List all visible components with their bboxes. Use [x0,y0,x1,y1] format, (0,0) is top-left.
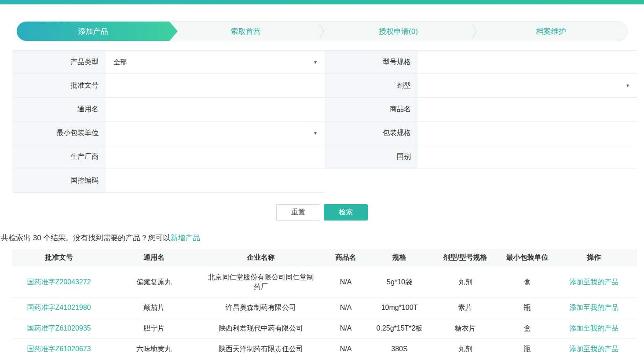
product-search-form: 产品类型▼批准文号通用名最小包装单位▼生产厂商国控编码 型号规格剂型▼商品名包装… [12,50,637,193]
approval-number-field [106,74,325,97]
generic-name-label: 通用名 [12,98,106,121]
table-row: 国药准字Z61020673 六味地黄丸 陕西天洋制药有限责任公司 N/A 380… [12,338,637,353]
step-tab-auth-apply[interactable]: 授权申请(0) [322,22,475,41]
generic-name-cell: 偏瘫复原丸 [106,267,202,297]
brand-name-label: 商品名 [325,98,418,121]
form-row-package-spec: 包装规格 [325,121,637,145]
form-row-min-package-unit: 最小包装单位▼ [12,121,325,145]
spec-cell: 5g*10袋 [372,267,427,297]
column-header: 通用名 [106,249,202,267]
dosage-form-field: ▼ [418,74,637,97]
form-row-model-spec: 型号规格 [325,50,637,74]
model-spec-field [418,51,637,74]
dosage-form-cell: 丸剂 [427,338,504,353]
min-package-unit-field: ▼ [106,121,325,145]
dosage-form-label: 剂型 [325,74,418,97]
generic-name-input[interactable] [106,98,325,121]
national-code-field [106,169,325,192]
generic-name-cell: 颠茄片 [106,297,202,318]
generic-name-cell: 六味地黄丸 [106,338,202,353]
dosage-form-cell: 糖衣片 [427,318,504,338]
add-to-my-products-link[interactable]: 添加至我的产品 [569,345,618,353]
spec-cell: 0.25g*15T*2板 [372,318,427,338]
product-type-select[interactable] [106,51,325,74]
search-button[interactable]: 检索 [324,204,368,221]
dosage-form-cell: 丸剂 [427,267,504,297]
form-row-manufacturer: 生产厂商 [12,145,325,169]
add-to-my-products-link[interactable]: 添加至我的产品 [569,304,618,311]
form-row-dosage-form: 剂型▼ [325,74,637,98]
form-row-national-code: 国控编码 [12,169,325,193]
steps-bar: 添加产品索取首营授权申请(0)档案维护 [16,21,628,41]
form-right-column: 型号规格剂型▼商品名包装规格国别 [325,50,637,193]
manufacturer-field [106,145,325,169]
generic-name-field [106,98,325,121]
form-row-country: 国别 [325,145,637,169]
company-name-cell: 陕西利君现代中药有限公司 [202,318,319,338]
model-spec-label: 型号规格 [325,51,418,74]
national-code-label: 国控编码 [12,169,106,192]
form-row-generic-name: 通用名 [12,98,325,121]
brand-name-cell: N/A [319,297,372,318]
brand-name-cell: N/A [319,267,372,297]
results-header-row: 批准文号通用名企业名称商品名规格剂型/型号规格最小包装单位操作 [12,249,637,267]
approval-number-link[interactable]: 国药准字Z20043272 [27,278,91,286]
package-spec-field [418,121,637,145]
company-name-cell: 陕西天洋制药有限责任公司 [202,338,319,353]
table-row: 国药准字Z41021980 颠茄片 许昌奥森制药有限公司 N/A 10mg*10… [12,297,637,318]
approval-number-input[interactable] [106,74,325,97]
generic-name-cell: 胆宁片 [106,318,202,338]
top-accent-bar [0,0,644,4]
column-header: 规格 [372,249,427,267]
manufacturer-label: 生产厂商 [12,145,106,169]
package-spec-input[interactable] [418,121,637,145]
step-label: 添加产品 [78,26,108,37]
min-package-unit-select[interactable] [106,121,325,145]
approval-number-link[interactable]: 国药准字Z61020673 [27,345,91,353]
approval-number-link[interactable]: 国药准字Z41021980 [27,304,91,311]
company-name-cell: 许昌奥森制药有限公司 [202,297,319,318]
package-unit-cell: 盒 [504,318,551,338]
form-row-product-type: 产品类型▼ [12,50,325,74]
package-unit-cell: 瓶 [504,297,551,318]
brand-name-field [418,98,637,121]
step-label: 索取首营 [231,26,261,37]
table-row: 国药准字Z20043272 偏瘫复原丸 北京同仁堂股份有限公司同仁堂制药厂 N/… [12,267,637,297]
step-label: 档案维护 [536,26,566,37]
form-row-approval-number: 批准文号 [12,74,325,98]
reset-button[interactable]: 重置 [276,204,320,221]
brand-name-cell: N/A [319,338,372,353]
results-table: 批准文号通用名企业名称商品名规格剂型/型号规格最小包装单位操作 国药准字Z200… [12,249,637,353]
country-label: 国别 [325,145,418,169]
brand-name-cell: N/A [319,318,372,338]
column-header: 最小包装单位 [504,249,551,267]
column-header: 商品名 [319,249,372,267]
dosage-form-cell: 素片 [427,297,504,318]
product-type-field: ▼ [106,51,325,74]
add-to-my-products-link[interactable]: 添加至我的产品 [569,278,618,286]
country-input[interactable] [418,145,637,169]
model-spec-input[interactable] [418,51,637,74]
step-tab-add-product[interactable]: 添加产品 [17,22,169,41]
min-package-unit-label: 最小包装单位 [12,121,106,145]
national-code-input[interactable] [106,169,325,192]
approval-number-label: 批准文号 [12,74,106,97]
country-field [418,145,637,169]
package-unit-cell: 盒 [504,267,551,297]
company-name-cell: 北京同仁堂股份有限公司同仁堂制药厂 [202,267,319,297]
step-label: 授权申请(0) [379,26,418,37]
form-left-column: 产品类型▼批准文号通用名最小包装单位▼生产厂商国控编码 [12,50,325,193]
form-actions: 重置 检索 [0,204,644,221]
new-product-link[interactable]: 新增产品 [170,234,200,242]
form-row-brand-name: 商品名 [325,98,637,121]
product-type-label: 产品类型 [12,51,106,74]
brand-name-input[interactable] [418,98,637,121]
approval-number-link[interactable]: 国药准字Z61020935 [27,324,91,332]
spec-cell: 380S [372,338,427,353]
dosage-form-select[interactable] [418,74,637,97]
manufacturer-input[interactable] [106,145,325,169]
step-tab-request-first[interactable]: 索取首营 [169,22,322,41]
add-to-my-products-link[interactable]: 添加至我的产品 [569,324,618,332]
step-tab-archive[interactable]: 档案维护 [475,22,627,41]
column-header: 操作 [551,249,637,267]
